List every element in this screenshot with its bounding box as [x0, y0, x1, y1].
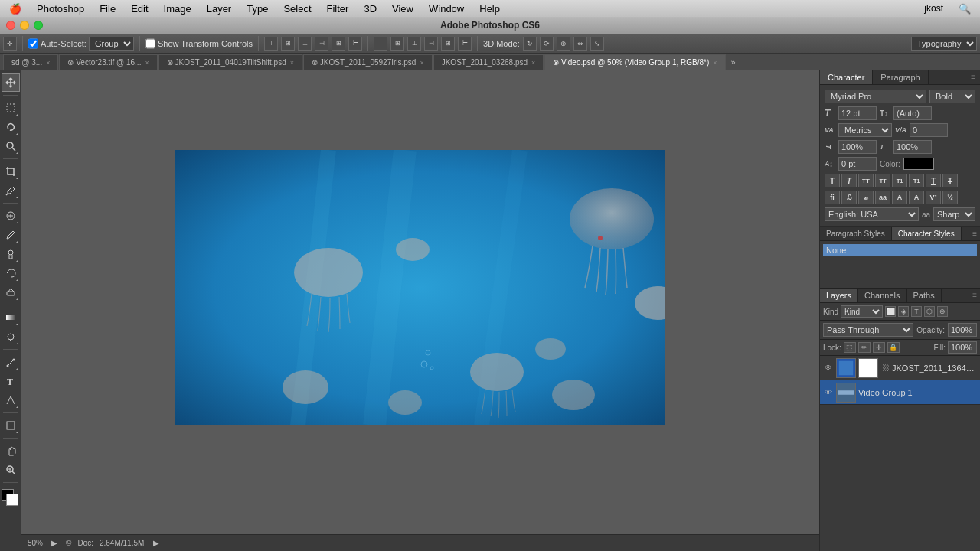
path-select-tool[interactable] — [2, 391, 20, 409]
frame-playback-btn[interactable]: ▶ — [49, 538, 60, 549]
lasso-tool[interactable] — [2, 118, 20, 136]
lock-position-btn[interactable]: ✛ — [873, 342, 885, 353]
scale-vertical-input[interactable] — [838, 140, 877, 154]
tab-03268[interactable]: JKOST_2011_03268.psd × — [433, 54, 544, 70]
distrib-top-icon[interactable]: ⊤ — [374, 37, 387, 51]
fill-input[interactable] — [948, 341, 977, 354]
distrib-bottom-icon[interactable]: ⊥ — [407, 37, 421, 51]
menu-photoshop[interactable]: Photoshop — [34, 3, 87, 15]
char-panel-close[interactable]: ≡ — [966, 70, 980, 84]
move-tool[interactable] — [2, 73, 20, 92]
menu-filter[interactable]: Filter — [324, 3, 352, 15]
uppercase-btn[interactable]: TT — [858, 174, 874, 187]
shape-tool[interactable] — [2, 416, 20, 435]
close-button[interactable] — [6, 21, 15, 30]
font-style-select[interactable]: Bold Regular Italic — [929, 90, 975, 103]
layer-visibility-dng[interactable]: 👁 — [823, 363, 834, 373]
search-icon[interactable]: 🔍 — [956, 3, 974, 15]
tab-close-03268[interactable]: × — [531, 59, 535, 67]
tab-channels[interactable]: Channels — [858, 289, 906, 302]
lock-pixels-btn[interactable]: ✏ — [858, 342, 871, 353]
show-transform-checkbox[interactable] — [145, 37, 155, 51]
tab-close-vector[interactable]: × — [145, 59, 149, 67]
menu-image[interactable]: Image — [161, 3, 194, 15]
align-hcenter-icon[interactable]: ⊞ — [332, 37, 345, 51]
menu-help[interactable]: Help — [476, 3, 503, 15]
character-styles-tab[interactable]: Character Styles — [892, 227, 962, 240]
leading-input[interactable] — [893, 106, 932, 120]
menu-view[interactable]: View — [389, 3, 416, 15]
tab-iris[interactable]: ⊗ JKOST_2011_05927Iris.psd × — [303, 54, 433, 70]
distrib-vcenter-icon[interactable]: ⊞ — [390, 37, 404, 51]
distrib-right-icon[interactable]: ⊢ — [458, 37, 472, 51]
fraction-btn[interactable]: ½ — [942, 191, 958, 204]
type-tool[interactable]: T — [2, 372, 20, 390]
titling-btn[interactable]: aa — [875, 191, 890, 204]
maximize-button[interactable] — [34, 21, 43, 30]
align-left-icon[interactable]: ⊣ — [315, 37, 328, 51]
menu-select[interactable]: Select — [280, 3, 314, 15]
menu-type[interactable]: Type — [243, 3, 271, 15]
superscript-btn[interactable]: T1 — [892, 174, 907, 187]
brush-tool[interactable] — [2, 226, 20, 244]
apple-menu[interactable]: 🍎 — [6, 3, 24, 15]
align-vcenter-icon[interactable]: ⊞ — [281, 37, 295, 51]
tab-close-sd[interactable]: × — [46, 59, 50, 67]
eyedropper-tool[interactable] — [2, 181, 20, 200]
menu-edit[interactable]: Edit — [128, 3, 151, 15]
history-tool[interactable] — [2, 264, 20, 282]
align-bottom-icon[interactable]: ⊥ — [298, 37, 312, 51]
tab-tiltshift[interactable]: ⊗ JKOST_2011_04019TiltShift.psd × — [158, 54, 302, 70]
distrib-hcenter-icon[interactable]: ⊞ — [441, 37, 455, 51]
layer-visibility-group[interactable]: 👁 — [823, 387, 834, 398]
minimize-button[interactable] — [20, 21, 29, 30]
lock-transparency-btn[interactable]: ⬚ — [844, 342, 856, 353]
tab-sd[interactable]: sd @ 3... × — [3, 54, 58, 70]
smallcaps-btn[interactable]: TT — [875, 174, 890, 187]
tab-close-iris[interactable]: × — [420, 59, 423, 67]
tab-close-video[interactable]: × — [713, 59, 717, 67]
align-right-icon[interactable]: ⊢ — [348, 37, 362, 51]
font-name-select[interactable]: Myriad Pro — [825, 90, 926, 103]
background-color[interactable] — [6, 494, 18, 506]
fi-ligature-btn[interactable]: fi — [825, 191, 840, 204]
tab-vector[interactable]: ⊗ Vector23.tif @ 16... × — [59, 54, 157, 70]
menu-window[interactable]: Window — [426, 3, 467, 15]
tab-close-tiltshift[interactable]: × — [290, 59, 294, 67]
3d-roll-icon[interactable]: ⟳ — [540, 37, 554, 51]
tab-video[interactable]: ⊗ Video.psd @ 50% (Video Group 1, RGB/8*… — [544, 54, 725, 70]
language-select[interactable]: English: USA — [825, 207, 919, 221]
marquee-tool[interactable] — [2, 99, 20, 117]
strikethrough-btn[interactable]: T — [942, 174, 958, 187]
opacity-input[interactable] — [948, 323, 977, 337]
stylistic-btn[interactable]: 𝒶 — [858, 191, 874, 204]
blend-mode-select[interactable]: Pass Through Normal Multiply — [823, 323, 913, 337]
zoom-tool[interactable] — [2, 461, 20, 479]
underline-btn[interactable]: T — [926, 174, 941, 187]
eraser-tool[interactable] — [2, 283, 20, 302]
auto-select-checkbox[interactable] — [28, 37, 38, 51]
bold-btn[interactable]: T — [825, 174, 840, 187]
discretionary-btn[interactable]: A — [909, 191, 924, 204]
layer-item-dng[interactable]: 👁 ⛓ JKOST_2011_13649.dng — [820, 356, 980, 380]
align-top-icon[interactable]: ⊤ — [264, 37, 278, 51]
dodge-tool[interactable] — [2, 328, 20, 346]
font-size-input[interactable] — [838, 106, 877, 120]
filter-kind-select[interactable]: Kind — [841, 305, 883, 318]
italic-btn[interactable]: T — [841, 174, 857, 187]
ordinal-btn[interactable]: V² — [926, 191, 941, 204]
3d-scale-icon[interactable]: ⤡ — [590, 37, 604, 51]
layer-item-group[interactable]: 👁 Video Group 1 — [820, 380, 980, 405]
filter-adj-icon[interactable]: ◈ — [898, 306, 909, 317]
kerning-select[interactable]: Metrics Optical 0 — [838, 123, 892, 137]
filter-shape-icon[interactable]: ⬡ — [924, 306, 935, 317]
move-tool-icon[interactable]: ✛ — [3, 37, 17, 51]
3d-drag-icon[interactable]: ⊕ — [557, 37, 570, 51]
pen-tool[interactable] — [2, 353, 20, 371]
tab-layers[interactable]: Layers — [820, 289, 858, 302]
hand-tool[interactable] — [2, 442, 20, 460]
tab-paths[interactable]: Paths — [907, 289, 942, 302]
tab-paragraph[interactable]: Paragraph — [873, 70, 928, 84]
layers-panel-menu[interactable]: ≡ — [969, 289, 980, 302]
typography-dropdown[interactable]: Typography Essentials Painting — [911, 37, 977, 51]
